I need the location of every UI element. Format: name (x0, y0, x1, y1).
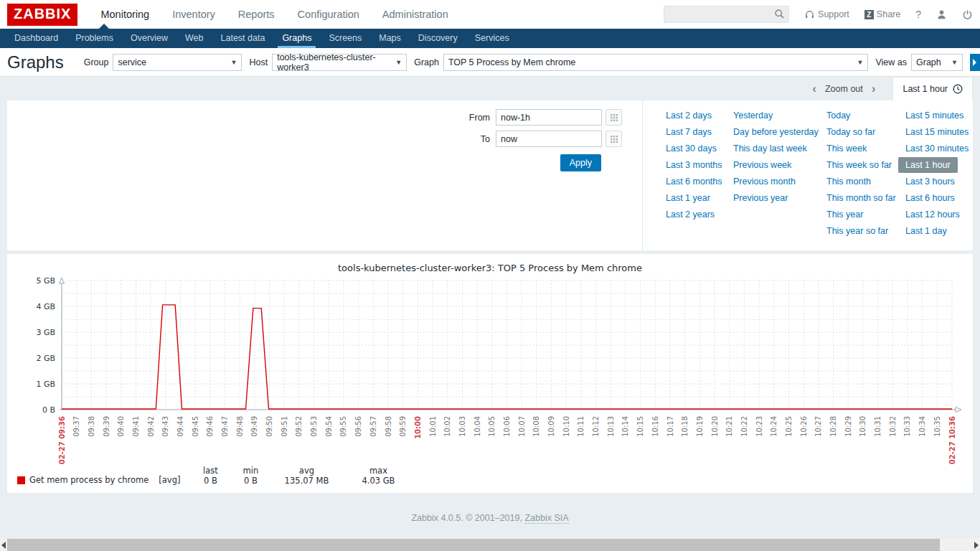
quickrange-day-before-yesterday[interactable]: Day before yesterday (733, 126, 819, 138)
scroll-left-arrow[interactable] (1, 542, 6, 549)
svg-text:09:52: 09:52 (295, 416, 303, 437)
main-nav-reports[interactable]: Reports (227, 0, 286, 29)
quickrange-this-day-last-week[interactable]: This day last week (733, 143, 807, 154)
support-label: Support (818, 9, 849, 19)
svg-text:10:34: 10:34 (918, 416, 926, 437)
quickrange-previous-week[interactable]: Previous week (733, 159, 791, 171)
quickrange-last-1-day[interactable]: Last 1 day (905, 225, 947, 237)
legend-series-name: Get mem process by chrome (29, 475, 149, 485)
time-navigation-bar: ‹ Zoom out › Last 1 hour (0, 77, 980, 100)
from-input[interactable] (496, 109, 602, 126)
quickrange-previous-year[interactable]: Previous year (733, 192, 788, 204)
quickrange-last-6-months[interactable]: Last 6 months (666, 176, 722, 187)
graph-panel: tools-kubernetes-cluster-worker3: TOP 5 … (7, 254, 973, 493)
chart-title: tools-kubernetes-cluster-worker3: TOP 5 … (7, 263, 973, 273)
quickrange-last-15-minutes[interactable]: Last 15 minutes (905, 126, 969, 138)
quickrange-yesterday[interactable]: Yesterday (733, 110, 773, 121)
zoom-out-button[interactable]: Zoom out (825, 84, 863, 94)
sub-nav: DashboardProblemsOverviewWebLatest dataG… (0, 29, 980, 48)
legend-color-swatch (17, 476, 25, 484)
subnav-overview[interactable]: Overview (122, 29, 176, 48)
main-nav-configuration[interactable]: Configuration (286, 0, 371, 29)
from-label: From (460, 113, 490, 123)
to-input[interactable] (496, 131, 602, 147)
group-select-value: service (118, 57, 146, 67)
user-profile-button[interactable] (936, 9, 947, 20)
time-range-tab[interactable]: Last 1 hour (892, 77, 973, 100)
quickrange-this-year-so-far[interactable]: This year so far (826, 225, 888, 237)
svg-text:10:24: 10:24 (770, 416, 778, 437)
svg-text:09:55: 09:55 (339, 416, 347, 437)
svg-text:10:22: 10:22 (740, 416, 748, 437)
svg-text:09:58: 09:58 (385, 416, 392, 437)
subnav-latest-data[interactable]: Latest data (212, 29, 274, 48)
quickrange-last-12-hours[interactable]: Last 12 hours (905, 209, 960, 220)
quickrange-this-year[interactable]: This year (826, 209, 863, 220)
kiosk-mode-button[interactable] (970, 54, 980, 71)
quickrange-this-month-so-far[interactable]: This month so far (826, 192, 896, 204)
svg-text:10:06: 10:06 (503, 416, 511, 437)
quickrange-previous-month[interactable]: Previous month (733, 176, 796, 187)
view-as-select[interactable]: Graph ▼ (911, 54, 963, 71)
zabbix-logo[interactable]: ZABBIX (7, 4, 77, 26)
time-range-form: From To (7, 100, 643, 250)
clock-icon (953, 84, 963, 94)
quickrange-last-30-days[interactable]: Last 30 days (666, 143, 717, 154)
svg-text:10:07: 10:07 (518, 416, 526, 437)
subnav-problems[interactable]: Problems (67, 29, 122, 48)
quickrange-last-6-hours[interactable]: Last 6 hours (905, 192, 955, 204)
memory-usage-chart[interactable]: 0 B1 GB2 GB3 GB4 GB5 GB02-27 09:3609:370… (7, 276, 973, 464)
svg-text:09:57: 09:57 (369, 416, 377, 437)
time-shift-forward-button[interactable]: › (863, 77, 885, 100)
search-input[interactable] (664, 6, 789, 23)
horizontal-scrollbar[interactable] (0, 539, 980, 551)
apply-button[interactable]: Apply (560, 154, 601, 171)
svg-text:09:37: 09:37 (72, 416, 80, 437)
subnav-dashboard[interactable]: Dashboard (6, 29, 67, 48)
from-calendar-button[interactable] (606, 109, 622, 126)
svg-text:10:23: 10:23 (755, 416, 763, 437)
zabbix-sia-link[interactable]: Zabbix SIA (524, 513, 568, 524)
main-nav-inventory[interactable]: Inventory (161, 0, 227, 29)
quickrange-this-month[interactable]: This month (826, 176, 871, 187)
quickrange-this-week-so-far[interactable]: This week so far (826, 159, 892, 171)
quickrange-last-30-minutes[interactable]: Last 30 minutes (905, 143, 969, 154)
time-shift-back-button[interactable]: ‹ (804, 77, 825, 100)
quickrange-last-3-hours[interactable]: Last 3 hours (905, 176, 955, 187)
svg-text:10:01: 10:01 (429, 416, 437, 437)
subnav-graphs[interactable]: Graphs (273, 29, 320, 48)
graph-label: Graph (414, 57, 439, 67)
logout-button[interactable] (962, 9, 973, 20)
footer-text: Zabbix 4.0.5. © 2001–2019, (411, 513, 522, 523)
subnav-discovery[interactable]: Discovery (410, 29, 466, 48)
quickrange-last-2-years[interactable]: Last 2 years (666, 209, 715, 220)
quickrange-last-5-minutes[interactable]: Last 5 minutes (905, 110, 963, 121)
quickrange-last-1-year[interactable]: Last 1 year (666, 192, 710, 204)
svg-text:5 GB: 5 GB (36, 276, 55, 286)
scrollbar-thumb[interactable] (7, 539, 940, 551)
quickrange-last-3-months[interactable]: Last 3 months (666, 159, 722, 171)
subnav-screens[interactable]: Screens (320, 29, 370, 48)
share-link[interactable]: Z Share (864, 9, 900, 19)
subnav-maps[interactable]: Maps (370, 29, 410, 48)
svg-text:10:21: 10:21 (725, 416, 733, 437)
quickrange-today-so-far[interactable]: Today so far (826, 126, 875, 138)
quickrange-last-2-days[interactable]: Last 2 days (666, 110, 712, 121)
graph-select[interactable]: TOP 5 Process by Mem chrome ▼ (443, 54, 869, 71)
subnav-web[interactable]: Web (176, 29, 212, 48)
quickrange-this-week[interactable]: This week (826, 143, 867, 154)
scroll-right-arrow[interactable] (974, 542, 979, 549)
host-select[interactable]: tools-kubernetes-cluster-worker3 ▼ (272, 54, 407, 71)
support-link[interactable]: Support (804, 9, 849, 20)
svg-text:09:56: 09:56 (354, 416, 362, 437)
quickrange-last-1-hour[interactable]: Last 1 hour (898, 157, 958, 173)
page-footer: Zabbix 4.0.5. © 2001–2019, Zabbix SIA (0, 513, 980, 523)
quickrange-today[interactable]: Today (826, 110, 850, 121)
help-button[interactable]: ? (915, 9, 921, 20)
search-icon[interactable] (774, 9, 785, 19)
group-select[interactable]: service ▼ (113, 54, 242, 71)
subnav-services[interactable]: Services (466, 29, 518, 48)
to-calendar-button[interactable] (606, 131, 622, 147)
main-nav-administration[interactable]: Administration (371, 0, 460, 29)
quickrange-last-7-days[interactable]: Last 7 days (666, 126, 712, 138)
